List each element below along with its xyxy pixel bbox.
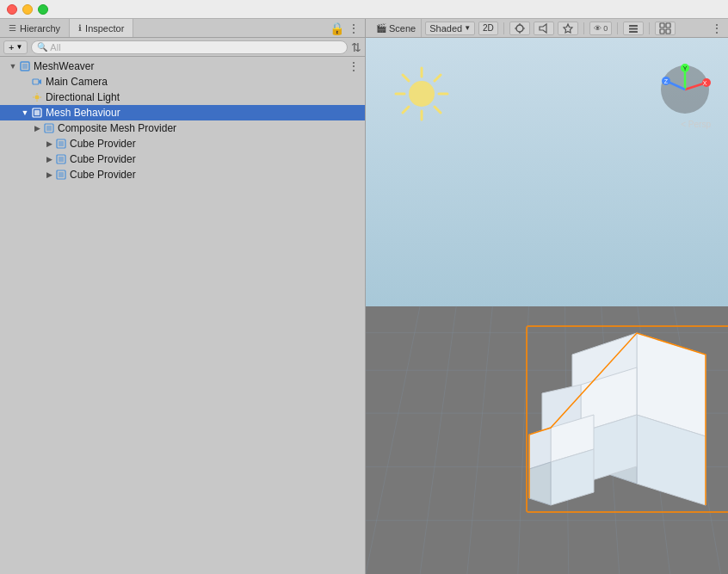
shading-chevron-icon: ▼ — [464, 24, 471, 32]
search-placeholder: All — [50, 42, 60, 52]
svg-rect-2 — [33, 79, 39, 84]
right-panel: 🎬 Scene Shaded ▼ 2D 👁 0 — [366, 19, 728, 574]
arrow-cubeprovider3: ▶ — [43, 170, 55, 179]
tree-item-cubeprovider1[interactable]: ▶ Cube Provider — [0, 136, 365, 151]
add-chevron-icon: ▼ — [15, 43, 22, 51]
hierarchy-tree[interactable]: ▼ MeshWeaver ⋮ Main Camera — [0, 57, 365, 574]
left-panel: ☰ Hierarchy ℹ Inspector 🔒 ⋮ + ▼ 🔍 All — [0, 19, 366, 574]
separator-3 — [617, 22, 618, 34]
scene-tab-label: Scene — [389, 23, 416, 34]
icon-cubeprovider3 — [55, 169, 67, 181]
shading-dropdown[interactable]: Shaded ▼ — [425, 22, 475, 35]
tree-item-cubeprovider2[interactable]: ▶ Cube Provider — [0, 151, 365, 167]
svg-rect-28 — [660, 23, 664, 28]
svg-rect-16 — [59, 157, 64, 162]
gizmo: X Y Z — [659, 64, 711, 115]
add-label: + — [9, 42, 14, 52]
scene-toolbar-menu-icon[interactable]: ⋮ — [711, 22, 723, 35]
svg-text:Z: Z — [664, 78, 669, 84]
svg-text:Y: Y — [683, 65, 688, 71]
label-compositemesh: Composite Mesh Provider — [58, 122, 176, 134]
search-icon: 🔍 — [37, 42, 47, 52]
svg-line-51 — [435, 107, 441, 113]
meshweaver-menu-icon[interactable]: ⋮ — [348, 59, 360, 73]
sort-button[interactable]: ⇅ — [351, 40, 361, 54]
3d-cubes — [525, 324, 729, 514]
svg-point-45 — [409, 81, 435, 107]
svg-rect-14 — [59, 141, 64, 146]
icon-meshweaver — [19, 60, 31, 72]
arrow-meshweaver: ▼ — [7, 62, 19, 71]
tab-inspector[interactable]: ℹ Inspector — [70, 19, 133, 37]
visibility-button[interactable]: 👁 0 — [589, 22, 613, 35]
audio-button[interactable] — [534, 22, 554, 35]
label-cubeprovider3: Cube Provider — [70, 169, 136, 181]
svg-point-4 — [35, 96, 40, 100]
tree-item-cubeprovider3[interactable]: ▶ Cube Provider — [0, 167, 365, 182]
maximize-button[interactable] — [38, 4, 48, 15]
fx-button[interactable] — [558, 22, 578, 35]
separator-2 — [583, 22, 584, 34]
svg-rect-29 — [666, 23, 670, 28]
search-box: 🔍 All — [31, 40, 348, 54]
svg-rect-26 — [629, 28, 638, 29]
label-cubeprovider2: Cube Provider — [70, 153, 136, 165]
icon-cubeprovider1 — [55, 138, 67, 150]
arrow-meshbehaviour: ▼ — [19, 108, 31, 117]
arrow-compositemesh: ▶ — [31, 124, 43, 133]
inspector-tab-label: Inspector — [85, 23, 124, 34]
tree-item-compositemesh[interactable]: ▶ Composite Mesh Provider — [0, 120, 365, 136]
scene-tab[interactable]: 🎬 Scene — [371, 19, 422, 37]
label-cubeprovider1: Cube Provider — [70, 138, 136, 150]
icon-directionallight — [31, 91, 43, 103]
tree-item-directionallight[interactable]: Directional Light — [0, 89, 365, 105]
lighting-button[interactable] — [509, 22, 530, 35]
tree-item-maincamera[interactable]: Main Camera — [0, 74, 365, 89]
label-meshbehaviour: Mesh Behaviour — [46, 107, 120, 119]
minimize-button[interactable] — [22, 4, 33, 15]
tab-hierarchy[interactable]: ☰ Hierarchy — [0, 19, 70, 37]
separator-4 — [649, 22, 650, 34]
title-bar — [0, 0, 728, 19]
arrow-cubeprovider1: ▶ — [43, 139, 55, 148]
hierarchy-toolbar: + ▼ 🔍 All ⇅ — [0, 38, 365, 57]
icon-maincamera — [31, 76, 43, 88]
svg-line-52 — [435, 75, 441, 81]
inspector-tab-icon: ℹ — [78, 23, 82, 33]
traffic-lights — [7, 4, 48, 15]
svg-rect-25 — [629, 25, 638, 27]
icon-compositemesh — [43, 122, 55, 134]
tree-item-meshbehaviour[interactable]: ▼ Mesh Behaviour — [0, 105, 365, 120]
label-meshweaver: MeshWeaver — [34, 60, 94, 72]
layers-button[interactable] — [623, 22, 644, 35]
svg-line-53 — [403, 107, 409, 113]
scene-toolbar: 🎬 Scene Shaded ▼ 2D 👁 0 — [366, 19, 728, 38]
tab-menu-icon[interactable]: ⋮ — [348, 22, 360, 34]
svg-rect-18 — [59, 172, 64, 177]
sun-icon — [392, 64, 452, 124]
arrow-cubeprovider2: ▶ — [43, 155, 55, 164]
layout-button[interactable] — [655, 22, 676, 35]
scene-tab-icon: 🎬 — [376, 23, 386, 33]
add-button[interactable]: + ▼ — [3, 40, 28, 54]
svg-line-50 — [403, 75, 409, 81]
svg-point-19 — [516, 25, 523, 32]
tree-item-meshweaver[interactable]: ▼ MeshWeaver ⋮ — [0, 59, 365, 74]
svg-rect-27 — [629, 31, 638, 33]
persp-label: < Persp — [681, 120, 711, 129]
scene-viewport[interactable]: X Y Z < Persp — [366, 38, 728, 574]
svg-text:X: X — [703, 80, 707, 86]
tab-actions: 🔒 ⋮ — [324, 19, 365, 37]
2d-button[interactable]: 2D — [478, 22, 498, 35]
icon-meshbehaviour — [31, 107, 43, 119]
lock-icon[interactable]: 🔒 — [330, 22, 344, 34]
svg-rect-10 — [34, 110, 40, 115]
svg-rect-31 — [666, 29, 670, 34]
main-content: ☰ Hierarchy ℹ Inspector 🔒 ⋮ + ▼ 🔍 All — [0, 19, 728, 574]
svg-marker-24 — [540, 24, 546, 33]
tab-bar: ☰ Hierarchy ℹ Inspector 🔒 ⋮ — [0, 19, 365, 38]
close-button[interactable] — [7, 4, 17, 15]
hierarchy-tab-label: Hierarchy — [20, 23, 60, 34]
svg-rect-1 — [22, 64, 28, 69]
label-directionallight: Directional Light — [46, 91, 120, 103]
